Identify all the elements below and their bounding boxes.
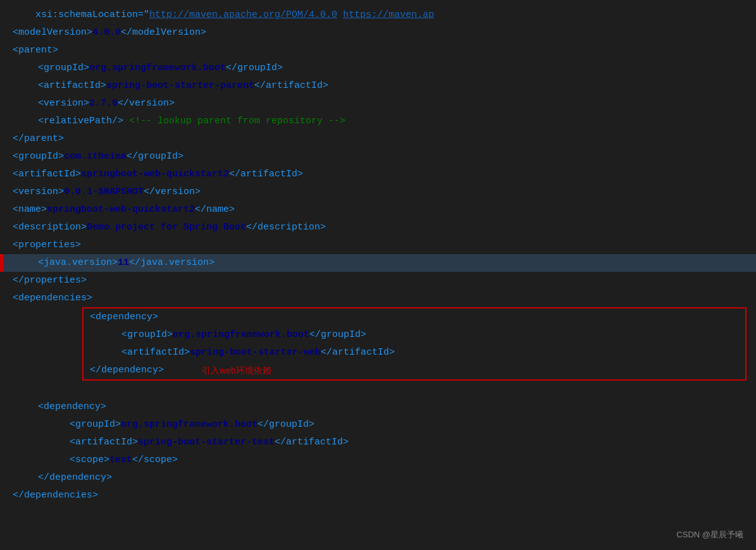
line-empty [0, 381, 756, 398]
tag-mv-open: <modelVersion> [13, 24, 92, 42]
val-aid-quickstart: springboot-web-quickstart2 [81, 166, 229, 183]
tag-dep1-gid-open: <groupId> [121, 326, 173, 344]
tag-parent-open: <parent> [13, 42, 58, 59]
tag-aid2-open: <artifactId> [13, 166, 81, 183]
tag-dep2-scope-close: </scope> [132, 451, 178, 469]
line-dep1-artifactid: <artifactId>spring-boot-starter-web</art… [84, 344, 745, 362]
attr-quote1: " [144, 6, 149, 24]
line-groupid-itheima: <groupId>com.itheima</groupId> [0, 148, 756, 166]
tag-dep2-aid-close: </artifactId> [275, 434, 349, 451]
line-description: <description>Demo project for Spring Boo… [0, 219, 756, 236]
tag-dep2-scope-open: <scope> [70, 451, 109, 469]
line-dependencies-open: <dependencies> [0, 290, 756, 307]
tag-dep2-gid-open: <groupId> [70, 416, 121, 434]
line-schema-location: xsi:schemaLocation="http://maven.apache.… [0, 6, 756, 24]
line-artifactid-quickstart: <artifactId>springboot-web-quickstart2</… [0, 166, 756, 183]
line-dep2-artifactid: <artifactId>spring-boot-starter-test</ar… [0, 434, 756, 451]
line-dep2-groupid: <groupId>org.springframework.boot</group… [0, 416, 756, 434]
tag-dep1-close: </dependency> [90, 362, 164, 379]
val-dep1-gid: org.springframework.boot [173, 326, 309, 344]
tag-dep1-aid-close: </artifactId> [321, 344, 395, 362]
link-maven1[interactable]: http://maven.apache.org/POM/4.0.0 [149, 6, 337, 24]
tag-gid2-open: <groupId> [13, 148, 64, 166]
line-properties-open: <properties> [0, 236, 756, 254]
tag-xsi: xsi:schemaLocation= [13, 6, 144, 24]
tag-dep1-aid-open: <artifactId> [121, 344, 190, 362]
annotation-web-dep: 引入web环境依赖 [202, 362, 271, 379]
line-name: <name>springboot-web-quickstart2</name> [0, 201, 756, 219]
tag-aid-open: <artifactId> [38, 77, 106, 95]
val-ver-parent: 2.7.6 [89, 95, 118, 113]
val-mv: 4.0.0 [92, 24, 121, 42]
line-version-parent: <version>2.7.6</version> [0, 95, 756, 113]
tag-dep2-open: <dependency> [38, 398, 106, 416]
tag-gid-open: <groupId> [38, 59, 89, 77]
tag-desc-close: </description> [246, 219, 326, 236]
tag-dep2-close: </dependency> [38, 469, 112, 487]
link-maven2[interactable]: https://maven.ap [343, 6, 434, 24]
tag-name-close: </name> [195, 201, 235, 219]
tag-jv-close: </java.version> [129, 254, 214, 272]
tag-dep1-open: <dependency> [90, 309, 158, 326]
line-dep1-groupid: <groupId>org.springframework.boot</group… [84, 326, 745, 344]
comment-lookup: <!-- lookup parent from repository --> [129, 113, 345, 130]
tag-name-open: <name> [13, 201, 47, 219]
val-dep1-aid: spring-boot-starter-web [190, 344, 321, 362]
tag-jv-open: <java.version> [38, 254, 118, 272]
line-dep2-scope: <scope>test</scope> [0, 451, 756, 469]
val-ver-snapshot: 0.0.1-SNAPSHOT [64, 183, 144, 201]
line-dependencies-close: </dependencies> [0, 487, 756, 504]
line-dep2-close: </dependency> [0, 469, 756, 487]
tag-gid-close: </groupId> [226, 59, 283, 77]
val-aid-parent: spring-boot-starter-parent [106, 77, 254, 95]
line-parent-open: <parent> [0, 42, 756, 59]
watermark: CSDN @星辰予曦 [676, 529, 743, 541]
red-bar-indicator [0, 254, 3, 272]
line-dep1-open: <dependency> [84, 309, 745, 326]
tag-gid2-close: </groupId> [127, 148, 183, 166]
tag-dep2-aid-open: <artifactId> [70, 434, 138, 451]
val-name: springboot-web-quickstart2 [47, 201, 195, 219]
tag-props-open: <properties> [13, 236, 81, 254]
val-dep2-gid: org.springframework.boot [121, 416, 257, 434]
line-relative-path: <relativePath/> <!-- lookup parent from … [0, 113, 756, 130]
tag-aid-close: </artifactId> [254, 77, 328, 95]
tag-parent-close: </parent> [13, 130, 64, 148]
line-dep1-close: </dependency> 引入web环境依赖 [84, 362, 745, 379]
tag-ver2-close: </version> [144, 183, 201, 201]
tag-props-close: </properties> [13, 272, 87, 290]
val-desc: Demo project for Spring Boot [87, 219, 246, 236]
tag-ver-close: </version> [118, 95, 175, 113]
space1 [337, 6, 343, 24]
val-dep2-scope: test [109, 451, 132, 469]
line-java-version: <java.version>11</java.version> [0, 254, 756, 272]
tag-rp: <relativePath/> [38, 113, 129, 130]
line-parent-close: </parent> [0, 130, 756, 148]
tag-desc-open: <description> [13, 219, 87, 236]
red-box-dependency1: <dependency> <groupId>org.springframewor… [82, 307, 747, 381]
line-dep2-open: <dependency> [0, 398, 756, 416]
line-artifactid-parent: <artifactId>spring-boot-starter-parent</… [0, 77, 756, 95]
tag-deps-close: </dependencies> [13, 487, 98, 504]
tag-ver2-open: <version> [13, 183, 64, 201]
line-groupid-spring: <groupId>org.springframework.boot</group… [0, 59, 756, 77]
val-gid-spring: org.springframework.boot [89, 59, 226, 77]
code-editor: xsi:schemaLocation="http://maven.apache.… [0, 0, 756, 550]
tag-aid2-close: </artifactId> [229, 166, 303, 183]
line-properties-close: </properties> [0, 272, 756, 290]
tag-dep1-gid-close: </groupId> [309, 326, 366, 344]
tag-ver-open: <version> [38, 95, 89, 113]
tag-mv-close: </modelVersion> [121, 24, 206, 42]
line-model-version: <modelVersion>4.0.0</modelVersion> [0, 24, 756, 42]
line-version-snapshot: <version>0.0.1-SNAPSHOT</version> [0, 183, 756, 201]
val-dep2-aid: spring-boot-starter-test [138, 434, 275, 451]
val-java-version: 11 [118, 254, 129, 272]
tag-dep2-gid-close: </groupId> [257, 416, 314, 434]
val-gid-itheima: com.itheima [64, 148, 127, 166]
tag-deps-open: <dependencies> [13, 290, 92, 307]
